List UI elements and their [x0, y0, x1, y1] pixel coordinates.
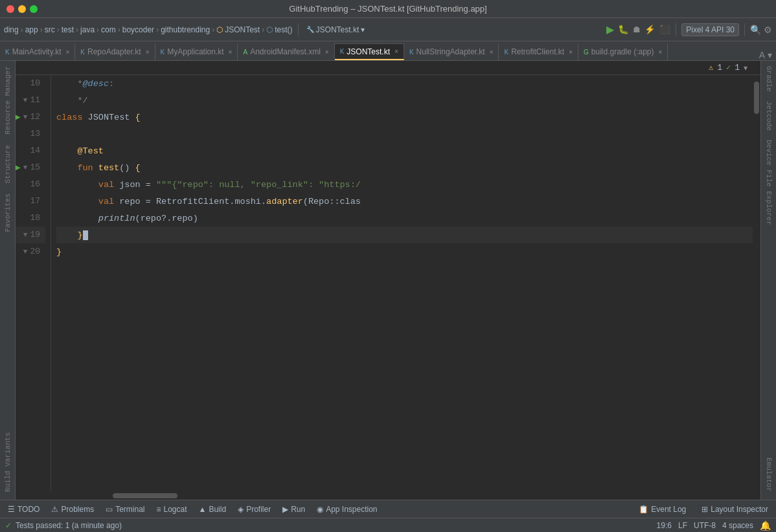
- fold-gutter-20[interactable]: ▼: [23, 243, 28, 260]
- code-content[interactable]: * @desc: */ class JSONTest { @Test: [51, 75, 753, 492]
- tab-nullstringadapter[interactable]: K NullStringAdapter.kt ×: [404, 43, 499, 60]
- toolbar-separator: [298, 23, 299, 36]
- breadcrumb-test-fn[interactable]: ⬡ test(): [266, 25, 292, 34]
- close-tab-retrofitclient[interactable]: ×: [569, 49, 573, 56]
- tab-buildgradle[interactable]: G build.gradle (:app) ×: [578, 43, 668, 60]
- fold-gutter-12[interactable]: ▼: [23, 109, 28, 126]
- fold-gutter-11[interactable]: ▼: [23, 92, 28, 109]
- close-tab-myapplication[interactable]: ×: [229, 49, 233, 56]
- minimize-button[interactable]: [18, 5, 26, 13]
- line-number-19: ▼ 19: [16, 227, 45, 243]
- bottom-tab-eventlog[interactable]: 📋 Event Log: [633, 503, 691, 516]
- device-selector[interactable]: Pixel 4 API 30: [681, 23, 739, 36]
- gradle-panel[interactable]: Gradle: [764, 63, 774, 94]
- tab-settings-button[interactable]: A: [759, 50, 765, 60]
- bottom-tab-appinspection[interactable]: ◉ App Inspection: [312, 503, 382, 516]
- search-button[interactable]: 🔍: [750, 25, 761, 35]
- maximize-button[interactable]: [30, 5, 38, 13]
- breadcrumb-jsontest[interactable]: ⬡ JSONTest: [216, 25, 260, 34]
- jetcode-panel[interactable]: Jetcode: [764, 98, 774, 133]
- encoding[interactable]: UTF-8: [694, 521, 716, 530]
- fold-gutter-15[interactable]: ▼: [23, 159, 28, 176]
- editor-vertical-scrollbar[interactable]: [753, 75, 760, 492]
- run-gutter-12[interactable]: ▶: [16, 109, 21, 126]
- close-button[interactable]: [6, 5, 14, 13]
- run-config-label: JSONTest.kt: [316, 25, 359, 34]
- status-left: ✓ Tests passed: 1 (a minute ago): [5, 521, 122, 530]
- breadcrumb-githubtrending[interactable]: githubtrending: [161, 25, 210, 34]
- tab-repoadapter[interactable]: K RepoAdapter.kt ×: [75, 43, 155, 60]
- warnings-expand-button[interactable]: ▾: [744, 63, 747, 72]
- resource-manager-panel[interactable]: Resource Manager: [3, 63, 13, 137]
- title-bar: GitHubTrending – JSONTest.kt [GitHubTren…: [0, 0, 776, 18]
- main-area: Resource Manager Structure Favorites Bui…: [0, 61, 776, 500]
- breadcrumb-app[interactable]: app: [25, 25, 38, 34]
- profile-button[interactable]: ⚡: [645, 25, 656, 34]
- eventlog-label: Event Log: [651, 505, 686, 514]
- fold-gutter-19[interactable]: ▼: [23, 227, 28, 243]
- bottom-tab-run[interactable]: ▶ Run: [277, 503, 310, 516]
- indent[interactable]: 4 spaces: [722, 521, 753, 530]
- run-button[interactable]: ▶: [605, 22, 615, 37]
- h-scrollbar-thumb[interactable]: [113, 493, 177, 498]
- breadcrumb-com[interactable]: com: [101, 25, 116, 34]
- run-config-selector[interactable]: 🔧 JSONTest.kt ▾: [304, 24, 368, 36]
- line-number-13: 13: [16, 126, 45, 142]
- tab-myapplication[interactable]: K MyApplication.kt ×: [155, 43, 238, 60]
- editor-area: ⚠ 1 ✓ 1 ▾ 10 ▼ 11 ▶ ▼ 12: [16, 61, 760, 500]
- bottom-tab-problems[interactable]: ⚠ Problems: [46, 503, 99, 516]
- close-tab-jsontest[interactable]: ×: [394, 48, 398, 55]
- bottom-tab-layoutinspector[interactable]: ⊞ Layout Inspector: [696, 503, 773, 516]
- bottom-tab-terminal[interactable]: ▭ Terminal: [100, 503, 150, 516]
- favorites-panel[interactable]: Favorites: [3, 191, 13, 234]
- bottom-tab-logcat[interactable]: ≡ Logcat: [152, 503, 192, 516]
- profiler-icon: ◈: [238, 505, 244, 514]
- run-icon: ▶: [282, 505, 288, 514]
- close-tab-androidmanifest[interactable]: ×: [325, 49, 329, 56]
- editor-tab-bar: K MainActivity.kt × K RepoAdapter.kt × K…: [0, 41, 776, 61]
- line-number-11: ▼ 11: [16, 92, 45, 109]
- profiler-label: Profiler: [246, 505, 271, 514]
- device-file-explorer-panel[interactable]: Device File Explorer: [764, 137, 774, 228]
- cursor-position[interactable]: 19:6: [657, 521, 672, 530]
- scrollbar-thumb[interactable]: [754, 82, 759, 114]
- structure-panel[interactable]: Structure: [3, 142, 13, 186]
- build-label: Build: [209, 505, 226, 514]
- code-editor[interactable]: 10 ▼ 11 ▶ ▼ 12 13 14 ▶: [16, 75, 760, 492]
- line-ending[interactable]: LF: [678, 521, 687, 530]
- code-line-13: [56, 126, 753, 142]
- stop-button[interactable]: ⬛: [659, 25, 670, 34]
- run-gutter-15[interactable]: ▶: [16, 159, 21, 176]
- warning-count: 1: [717, 63, 722, 72]
- close-tab-mainactivity[interactable]: ×: [65, 49, 69, 56]
- notification-icon[interactable]: 🔔: [760, 520, 771, 531]
- tab-mainactivity[interactable]: K MainActivity.kt ×: [0, 43, 75, 60]
- bottom-tab-build[interactable]: ▲ Build: [194, 503, 232, 516]
- code-line-18: println(repo?.repo): [56, 210, 753, 227]
- tab-expand-button[interactable]: ▾: [768, 50, 772, 60]
- close-tab-nullstringadapter[interactable]: ×: [490, 49, 494, 56]
- breadcrumb-src[interactable]: src: [45, 25, 55, 34]
- breadcrumb-ding[interactable]: ding: [4, 25, 19, 34]
- close-tab-buildgradle[interactable]: ×: [659, 49, 663, 56]
- line-number-15: ▶ ▼ 15: [16, 159, 45, 176]
- window-title: GitHubTrending – JSONTest.kt [GitHubTren…: [289, 4, 486, 14]
- build-variants-panel[interactable]: Build Variants: [3, 430, 13, 494]
- window-controls[interactable]: [6, 5, 38, 13]
- tab-retrofitclient[interactable]: K RetrofitClient.kt ×: [499, 43, 578, 60]
- code-line-11: */: [56, 92, 753, 109]
- tab-jsontest[interactable]: K JSONTest.kt ×: [335, 43, 404, 60]
- breadcrumb-boycoder[interactable]: boycoder: [122, 25, 154, 34]
- settings-gear-icon[interactable]: ⚙: [764, 25, 772, 35]
- horizontal-scrollbar[interactable]: [16, 492, 760, 500]
- breadcrumb-java[interactable]: java: [80, 25, 95, 34]
- close-tab-repoadapter[interactable]: ×: [146, 49, 150, 56]
- debug-button[interactable]: 🐛: [618, 25, 629, 34]
- breadcrumb-test[interactable]: test: [62, 25, 74, 34]
- bottom-tab-profiler[interactable]: ◈ Profiler: [233, 503, 276, 516]
- editor-empty-space[interactable]: [56, 260, 753, 390]
- emulator-panel[interactable]: Emulator: [764, 455, 774, 494]
- tab-androidmanifest[interactable]: A AndroidManifest.xml ×: [238, 43, 334, 60]
- coverage-button[interactable]: ☗: [633, 25, 641, 34]
- bottom-tab-todo[interactable]: ☰ TODO: [3, 503, 45, 516]
